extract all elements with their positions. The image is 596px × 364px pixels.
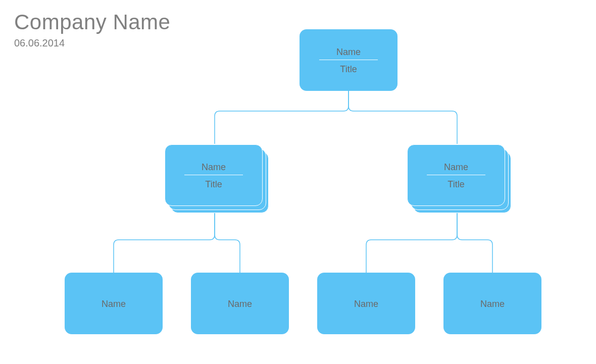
org-node-name: Name bbox=[480, 296, 505, 311]
org-node-l2-left: Name Title bbox=[165, 144, 263, 206]
org-node-l3-3: Name bbox=[317, 273, 415, 334]
org-node-name: Name bbox=[202, 159, 226, 175]
org-node-l3-4: Name bbox=[443, 273, 541, 334]
org-node-l3-2: Name bbox=[191, 273, 289, 334]
org-node-l3-1: Name bbox=[65, 273, 163, 334]
chart-heading: Company Name 06.06.2014 bbox=[14, 10, 170, 49]
org-node-title: Title bbox=[340, 60, 357, 77]
company-name: Company Name bbox=[14, 10, 170, 34]
org-node-name: Name bbox=[354, 296, 378, 311]
org-node-separator bbox=[427, 175, 485, 175]
org-node-title: Title bbox=[205, 175, 222, 192]
chart-date: 06.06.2014 bbox=[14, 37, 170, 49]
org-node-name: Name bbox=[336, 44, 361, 60]
org-node-separator bbox=[184, 175, 242, 175]
org-node-l2-right: Name Title bbox=[407, 144, 505, 206]
org-node-name: Name bbox=[444, 159, 468, 175]
org-node-name: Name bbox=[102, 296, 126, 311]
org-node-root: Name Title bbox=[300, 29, 398, 91]
org-node-separator bbox=[319, 60, 378, 60]
org-node-title: Title bbox=[448, 175, 464, 192]
org-node-name: Name bbox=[228, 296, 252, 311]
org-chart-canvas: Company Name 06.06.2014 Name Title Name … bbox=[0, 0, 596, 364]
